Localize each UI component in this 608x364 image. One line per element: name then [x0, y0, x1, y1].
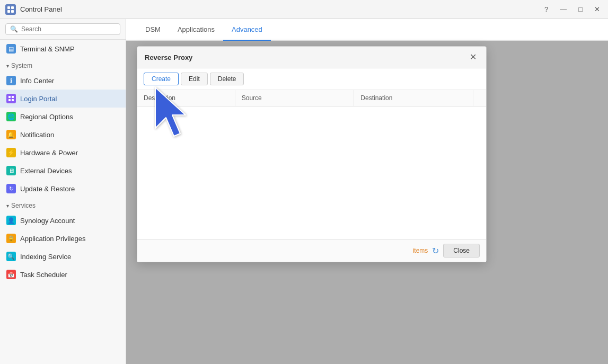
col-actions: [473, 90, 486, 106]
sidebar-label-task-scheduler: Task Scheduler: [20, 271, 67, 279]
section-label-services: Services: [11, 202, 36, 209]
svg-rect-7: [12, 99, 14, 101]
svg-rect-1: [11, 6, 14, 9]
sidebar-item-synology-account[interactable]: 👤 Synology Account: [0, 211, 126, 229]
hardware-power-icon: ⚡: [6, 148, 16, 157]
modal-overlay: Reverse Proxy ✕ Create Edit Delete: [126, 41, 608, 364]
section-arrow-services: ▾: [6, 203, 9, 209]
edit-button[interactable]: Edit: [181, 73, 208, 85]
section-header-system[interactable]: ▾ System: [0, 58, 126, 72]
search-icon: 🔍: [10, 25, 18, 33]
modal-footer: items ↻ Close: [137, 239, 486, 262]
search-input[interactable]: [21, 25, 116, 33]
col-source: Source: [235, 90, 355, 106]
task-scheduler-icon: 📅: [6, 270, 16, 279]
sidebar-label-terminal-snmp: Terminal & SNMP: [20, 45, 75, 53]
sidebar-label-synology-account: Synology Account: [20, 217, 75, 225]
refresh-icon[interactable]: ↻: [432, 246, 439, 256]
sidebar-label-hardware-power: Hardware & Power: [20, 149, 78, 157]
sidebar-label-login-portal: Login Portal: [20, 95, 57, 103]
create-button[interactable]: Create: [144, 73, 179, 85]
external-devices-icon: 🖥: [6, 166, 16, 175]
sidebar-item-info-center[interactable]: ℹ Info Center: [0, 72, 126, 90]
sidebar-item-terminal-snmp[interactable]: ▤ Terminal & SNMP: [0, 40, 126, 58]
sidebar-label-indexing-service: Indexing Service: [20, 253, 71, 261]
sidebar-label-update-restore: Update & Restore: [20, 185, 75, 193]
tab-bar: DSM Applications Advanced: [126, 19, 608, 41]
tab-applications[interactable]: Applications: [169, 19, 223, 41]
minimize-button[interactable]: —: [557, 4, 569, 14]
sidebar-label-notification: Notification: [20, 131, 54, 139]
update-restore-icon: ↻: [6, 184, 16, 193]
modal-header: Reverse Proxy ✕: [137, 47, 486, 68]
app-privileges-icon: 🔒: [6, 234, 16, 243]
terminal-snmp-icon: ▤: [6, 44, 16, 54]
help-button[interactable]: ?: [542, 4, 551, 14]
table-header: Description Source Destination: [137, 90, 486, 106]
content-area: DSM Applications Advanced Reverse Proxy …: [126, 19, 608, 364]
tab-dsm[interactable]: DSM: [137, 19, 169, 41]
section-arrow-system: ▾: [6, 63, 9, 69]
maximize-button[interactable]: □: [576, 4, 585, 14]
delete-button[interactable]: Delete: [210, 73, 244, 85]
svg-rect-6: [8, 99, 11, 101]
info-center-icon: ℹ: [6, 76, 16, 85]
window-title: Control Panel: [20, 5, 62, 13]
modal-close-btn[interactable]: Close: [443, 244, 480, 258]
section-label-system: System: [11, 62, 32, 69]
content-body: Reverse Proxy devices in the local netwo…: [126, 41, 608, 364]
reverse-proxy-modal: Reverse Proxy ✕ Create Edit Delete: [137, 46, 487, 262]
sidebar-label-regional-options: Regional Options: [20, 113, 73, 121]
close-button[interactable]: ✕: [592, 4, 603, 14]
regional-options-icon: 🌐: [6, 112, 16, 121]
items-count: items: [413, 247, 428, 254]
sidebar-item-regional-options[interactable]: 🌐 Regional Options: [0, 108, 126, 126]
sidebar-label-app-privileges: Application Privileges: [20, 235, 86, 243]
title-bar-left: Control Panel: [5, 4, 62, 15]
tab-advanced[interactable]: Advanced: [223, 19, 271, 41]
sidebar-item-update-restore[interactable]: ↻ Update & Restore: [0, 180, 126, 198]
svg-rect-4: [8, 96, 11, 98]
search-box[interactable]: 🔍: [5, 23, 120, 35]
svg-rect-2: [7, 10, 10, 13]
sidebar-item-login-portal[interactable]: Login Portal: [0, 90, 126, 108]
modal-title: Reverse Proxy: [145, 54, 192, 61]
indexing-service-icon: 🔍: [6, 252, 16, 261]
modal-close-button[interactable]: ✕: [468, 52, 479, 63]
sidebar-label-external-devices: External Devices: [20, 167, 72, 175]
modal-toolbar: Create Edit Delete: [137, 68, 486, 90]
sidebar-item-notification[interactable]: 🔔 Notification: [0, 126, 126, 144]
title-bar: Control Panel ? — □ ✕: [0, 0, 608, 19]
control-panel-window: Control Panel ? — □ ✕ 🔍 ▤ Terminal & SNM…: [0, 0, 608, 364]
notification-icon: 🔔: [6, 130, 16, 139]
sidebar-item-task-scheduler[interactable]: 📅 Task Scheduler: [0, 265, 126, 283]
synology-account-icon: 👤: [6, 216, 16, 225]
sidebar: 🔍 ▤ Terminal & SNMP ▾ System ℹ Info Cent…: [0, 19, 126, 364]
window-controls: ? — □ ✕: [542, 4, 603, 14]
sidebar-item-external-devices[interactable]: 🖥 External Devices: [0, 162, 126, 180]
main-layout: 🔍 ▤ Terminal & SNMP ▾ System ℹ Info Cent…: [0, 19, 608, 364]
sidebar-label-info-center: Info Center: [20, 77, 54, 85]
svg-rect-5: [12, 96, 14, 98]
app-icon: [5, 4, 16, 15]
sidebar-item-app-privileges[interactable]: 🔒 Application Privileges: [0, 229, 126, 247]
modal-table-body: [137, 106, 486, 239]
login-portal-icon: [6, 94, 16, 103]
sidebar-search-container: 🔍: [0, 19, 126, 40]
col-destination: Destination: [354, 90, 473, 106]
svg-rect-3: [11, 10, 14, 13]
sidebar-item-hardware-power[interactable]: ⚡ Hardware & Power: [0, 144, 126, 162]
svg-rect-0: [7, 6, 10, 9]
col-description: Description: [137, 90, 235, 106]
sidebar-item-indexing-service[interactable]: 🔍 Indexing Service: [0, 247, 126, 265]
section-header-services[interactable]: ▾ Services: [0, 198, 126, 211]
